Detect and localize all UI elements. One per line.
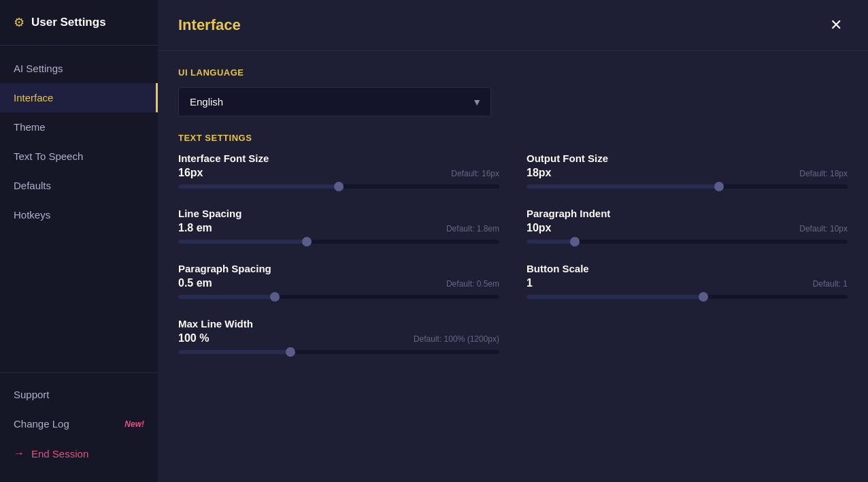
slider-track[interactable]: [178, 184, 499, 189]
sidebar-title: User Settings: [31, 16, 106, 29]
setting-value-row: 100 % Default: 100% (1200px): [178, 332, 499, 344]
end-session-icon: →: [14, 447, 24, 460]
end-session-label: End Session: [31, 448, 88, 460]
setting-name: Button Scale: [527, 263, 848, 274]
setting-value-row: 0.5 em Default: 0.5em: [178, 277, 499, 289]
text-settings-label: Text Settings: [178, 133, 848, 143]
sidebar-item-interface[interactable]: Interface: [0, 83, 158, 112]
slider-thumb[interactable]: [286, 347, 295, 357]
setting-default: Default: 0.5em: [446, 279, 499, 289]
slider-track[interactable]: [527, 184, 848, 189]
setting-button-scale: Button Scale 1 Default: 1: [527, 263, 848, 299]
slider-fill: [527, 184, 719, 189]
setting-value: 18px: [527, 167, 551, 179]
sidebar-item-label: Text To Speech: [14, 150, 83, 162]
setting-value: 100 %: [178, 332, 209, 344]
slider-track[interactable]: [178, 295, 499, 299]
setting-value: 0.5 em: [178, 277, 212, 289]
sidebar: ⚙ User Settings AI Settings Interface Th…: [0, 0, 158, 482]
sidebar-item-hotkeys[interactable]: Hotkeys: [0, 200, 158, 229]
slider-thumb[interactable]: [334, 182, 344, 191]
sidebar-item-label: Hotkeys: [14, 209, 50, 221]
slider-fill: [178, 350, 290, 354]
sidebar-item-label: Support: [14, 389, 50, 400]
setting-value: 1.8 em: [178, 222, 212, 234]
end-session-button[interactable]: → End Session: [0, 438, 158, 468]
slider-thumb[interactable]: [699, 292, 708, 302]
setting-default: Default: 1: [813, 279, 848, 289]
slider-track[interactable]: [178, 350, 499, 354]
slider-track[interactable]: [527, 295, 848, 299]
setting-name: Line Spacing: [178, 208, 499, 219]
setting-default: Default: 10px: [799, 224, 848, 234]
setting-max-line-width: Max Line Width 100 % Default: 100% (1200…: [178, 318, 499, 354]
setting-value-row: 1.8 em Default: 1.8em: [178, 222, 499, 234]
main-body: UI Language English Spanish French Germa…: [158, 51, 868, 482]
text-settings-section: Text Settings Interface Font Size 16px D…: [178, 133, 848, 354]
changelog-label: Change Log: [14, 418, 69, 430]
sidebar-item-ai-settings[interactable]: AI Settings: [0, 54, 158, 83]
language-select[interactable]: English Spanish French German Japanese C…: [178, 87, 491, 116]
sidebar-bottom: Support Change Log New! → End Session: [0, 372, 158, 482]
setting-name: Paragraph Indent: [527, 208, 848, 219]
sidebar-item-support[interactable]: Support: [0, 380, 158, 409]
sidebar-nav: AI Settings Interface Theme Text To Spee…: [0, 46, 158, 372]
sidebar-header: ⚙ User Settings: [0, 0, 158, 46]
sidebar-item-defaults[interactable]: Defaults: [0, 171, 158, 200]
slider-thumb[interactable]: [714, 182, 724, 191]
setting-name: Output Font Size: [527, 152, 848, 164]
setting-paragraph-spacing: Paragraph Spacing 0.5 em Default: 0.5em: [178, 263, 499, 299]
setting-value-row: 1 Default: 1: [527, 277, 848, 289]
slider-thumb[interactable]: [570, 237, 580, 246]
new-badge: New!: [124, 419, 144, 429]
gear-icon: ⚙: [14, 15, 24, 30]
slider-fill: [178, 295, 275, 299]
setting-default: Default: 100% (1200px): [414, 334, 499, 344]
slider-thumb[interactable]: [302, 237, 312, 246]
slider-fill: [527, 240, 575, 244]
sidebar-item-label: AI Settings: [14, 63, 63, 74]
close-button[interactable]: ✕: [824, 15, 848, 35]
sidebar-item-text-to-speech[interactable]: Text To Speech: [0, 142, 158, 171]
slider-fill: [178, 240, 307, 244]
setting-value-row: 16px Default: 16px: [178, 167, 499, 179]
page-title: Interface: [178, 16, 241, 34]
setting-name: Paragraph Spacing: [178, 263, 499, 274]
slider-track[interactable]: [527, 240, 848, 244]
slider-fill: [178, 184, 339, 189]
setting-default: Default: 1.8em: [446, 224, 499, 234]
setting-value: 10px: [527, 222, 551, 234]
settings-grid: Interface Font Size 16px Default: 16px O…: [178, 152, 848, 354]
main-header: Interface ✕: [158, 0, 868, 51]
slider-track[interactable]: [178, 240, 499, 244]
setting-output-font-size: Output Font Size 18px Default: 18px: [527, 152, 848, 189]
setting-default: Default: 18px: [799, 169, 848, 178]
sidebar-item-label: Theme: [14, 121, 46, 133]
setting-name: Max Line Width: [178, 318, 499, 330]
ui-language-label: UI Language: [178, 67, 848, 78]
setting-value-row: 10px Default: 10px: [527, 222, 848, 234]
language-select-wrapper: English Spanish French German Japanese C…: [178, 87, 491, 116]
setting-value-row: 18px Default: 18px: [527, 167, 848, 179]
setting-paragraph-indent: Paragraph Indent 10px Default: 10px: [527, 208, 848, 244]
sidebar-item-changelog[interactable]: Change Log New!: [0, 409, 158, 438]
slider-fill: [527, 295, 703, 299]
setting-default: Default: 16px: [451, 169, 499, 178]
sidebar-item-theme[interactable]: Theme: [0, 112, 158, 142]
setting-value: 16px: [178, 167, 203, 179]
ui-language-section: UI Language English Spanish French Germa…: [178, 67, 848, 116]
main-content: Interface ✕ UI Language English Spanish …: [158, 0, 868, 482]
sidebar-item-label: Interface: [14, 92, 53, 103]
setting-name: Interface Font Size: [178, 152, 499, 164]
setting-line-spacing: Line Spacing 1.8 em Default: 1.8em: [178, 208, 499, 244]
setting-value: 1: [527, 277, 533, 289]
slider-thumb[interactable]: [270, 292, 280, 302]
setting-interface-font-size: Interface Font Size 16px Default: 16px: [178, 152, 499, 189]
sidebar-item-label: Defaults: [14, 180, 51, 191]
